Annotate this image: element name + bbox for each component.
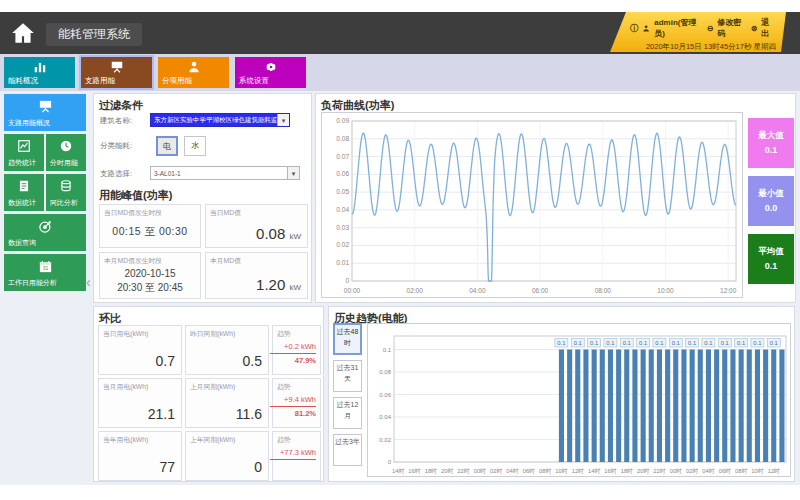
svg-text:0.1: 0.1 xyxy=(737,340,745,346)
svg-text:0.02: 0.02 xyxy=(379,437,391,443)
sidebar-collapse-icon[interactable]: ‹ xyxy=(86,274,91,290)
header-bar: 能耗管理系统 ⓘ admin(管理员) ⊖ 修改密码 ⊗ 退出 2020年10月… xyxy=(0,12,800,54)
chevron-down-icon: ▾ xyxy=(277,114,289,126)
md-month-period-card: 本月MD值发生时段 2020-10-1520:30 至 20:45 xyxy=(99,252,201,299)
ring-section-title: 环比 xyxy=(99,311,121,326)
svg-text:16时: 16时 xyxy=(408,468,420,474)
building-select[interactable]: 东方新区实验中学平湖校区绿色建筑能耗监管系统 ▾ xyxy=(150,113,290,127)
calendar-icon: 31 xyxy=(38,259,53,274)
svg-text:02:00: 02:00 xyxy=(407,287,424,294)
bar-chart-icon xyxy=(33,60,47,74)
report-icon xyxy=(17,179,31,193)
svg-text:0.09: 0.09 xyxy=(336,117,349,124)
svg-text:14时: 14时 xyxy=(588,468,600,474)
range-button-31d[interactable]: 过去31天 xyxy=(333,360,362,392)
svg-text:04时: 04时 xyxy=(506,468,518,474)
branch-select[interactable]: 3-AL01-1 ▾ xyxy=(150,166,300,180)
sidebar-item-yoy-analysis[interactable]: 同比分析 xyxy=(46,174,86,211)
category-label: 分类能耗: xyxy=(100,141,132,151)
sidebar-item-label: 数据统计 xyxy=(8,198,36,208)
cell-label: 趋势 xyxy=(277,435,291,445)
ring-cell: 当月用电(kWh)21.1 xyxy=(98,378,182,428)
sidebar-item-data-statistics[interactable]: 数据统计 xyxy=(4,174,44,211)
sidebar-item-data-query[interactable]: 数据查询 xyxy=(4,214,86,251)
tab-subitem-energy[interactable]: 分项用能 xyxy=(158,57,229,88)
load-curve-chartbox: 00.010.020.030.040.050.060.070.080.0900:… xyxy=(321,112,743,298)
tab-energy-overview[interactable]: 能耗概况 xyxy=(4,57,75,88)
ring-cell: 当日用电(kWh)0.7 xyxy=(98,325,182,375)
sidebar-item-trend-statistics[interactable]: 趋势统计 xyxy=(4,134,44,171)
ring-trend-cell: 趋势 +0.2 kWh 47.9% xyxy=(272,325,321,375)
svg-text:00时: 00时 xyxy=(474,468,486,474)
password-icon: ⊖ xyxy=(707,24,714,33)
stat-value: 0.1 xyxy=(748,261,794,271)
svg-text:0.02: 0.02 xyxy=(336,241,349,248)
cell-label: 当月用电(kWh) xyxy=(103,382,148,392)
svg-text:0.1: 0.1 xyxy=(721,340,729,346)
info-icon: ⓘ xyxy=(630,23,638,34)
category-water-button[interactable]: 水 xyxy=(184,136,206,156)
svg-text:16时: 16时 xyxy=(604,468,616,474)
svg-text:20时: 20时 xyxy=(637,468,649,474)
trend-delta: +9.4 kWh xyxy=(270,395,316,407)
ring-trend-cell: 趋势 +9.4 kWh 81.2% xyxy=(272,378,321,428)
range-button-3y[interactable]: 过去3年 xyxy=(333,434,362,466)
stat-value: 0.0 xyxy=(748,203,794,213)
svg-text:04时: 04时 xyxy=(702,468,714,474)
page: 能耗管理系统 ⓘ admin(管理员) ⊖ 修改密码 ⊗ 退出 2020年10月… xyxy=(0,0,800,500)
person-icon xyxy=(187,60,201,74)
svg-text:06时: 06时 xyxy=(523,468,535,474)
svg-text:12时: 12时 xyxy=(572,468,584,474)
load-curve-title: 负荷曲线(功率) xyxy=(321,98,394,113)
tab-system-settings[interactable]: 系统设置 xyxy=(235,57,306,88)
ring-cell: 上年同期(kWh)0 xyxy=(185,431,269,481)
change-password-link[interactable]: 修改密码 xyxy=(717,17,746,39)
svg-text:0.1: 0.1 xyxy=(688,340,696,346)
svg-text:0.1: 0.1 xyxy=(590,340,598,346)
svg-text:0.1: 0.1 xyxy=(639,340,647,346)
stat-min-card: 最小值 0.0 xyxy=(748,176,794,226)
cell-label: 昨日同期(kWh) xyxy=(190,329,235,339)
cell-value: 77 xyxy=(159,459,175,475)
cell-label: 趋势 xyxy=(277,382,291,392)
category-electric-button[interactable]: 电 xyxy=(156,136,178,156)
ring-cell: 当年用电(kWh)77 xyxy=(98,431,182,481)
svg-text:0.06: 0.06 xyxy=(379,392,391,398)
ring-cell: 昨日同期(kWh)0.5 xyxy=(185,325,269,375)
home-icon xyxy=(10,20,36,46)
user-icon xyxy=(642,24,650,33)
ring-cell: 上月同期(kWh)11.6 xyxy=(185,378,269,428)
svg-text:0.08: 0.08 xyxy=(336,135,349,142)
cell-value: 0 xyxy=(254,459,262,475)
logout-link[interactable]: 退出 xyxy=(761,17,776,39)
user-ribbon: ⓘ admin(管理员) ⊖ 修改密码 ⊗ 退出 2020年10月15日 13时… xyxy=(610,12,786,52)
home-button[interactable] xyxy=(10,20,36,46)
svg-text:12时: 12时 xyxy=(768,468,780,474)
sidebar-item-branch-overview[interactable]: 支路用能概况 xyxy=(4,94,86,131)
tab-branch-energy[interactable]: 支路用能 xyxy=(81,57,152,88)
svg-text:04:00: 04:00 xyxy=(469,287,486,294)
md-today-period-card: 当日MD值发生时段 00:15 至 00:30 xyxy=(99,204,201,248)
svg-text:0.1: 0.1 xyxy=(655,340,663,346)
card-value: 00:15 至 00:30 xyxy=(100,225,200,239)
svg-text:0.08: 0.08 xyxy=(379,369,391,375)
stat-label: 平均值 xyxy=(748,246,794,258)
range-button-12m[interactable]: 过去12月 xyxy=(333,397,362,429)
svg-text:0: 0 xyxy=(345,277,349,284)
presentation-board-icon xyxy=(38,99,53,114)
range-button-48h[interactable]: 过去48时 xyxy=(333,323,362,355)
sidebar-item-time-of-use[interactable]: 分时用能 xyxy=(46,134,86,171)
card-value: 0.08 kW xyxy=(256,225,301,242)
history-trend-chart: 00.020.040.060.080.10.10.10.10.10.10.10.… xyxy=(368,324,792,478)
cell-label: 当日用电(kWh) xyxy=(103,329,148,339)
svg-text:06时: 06时 xyxy=(719,468,731,474)
cell-value: 11.6 xyxy=(236,406,262,422)
svg-text:00:00: 00:00 xyxy=(344,287,361,294)
stat-avg-card: 平均值 0.1 xyxy=(748,234,794,284)
tab-label: 能耗概况 xyxy=(8,76,38,86)
svg-text:0: 0 xyxy=(388,459,392,465)
sidebar-item-workday-analysis[interactable]: 31 工作日用能分析 xyxy=(4,254,86,291)
sidebar-item-label: 分时用能 xyxy=(50,158,78,168)
tab-label: 分项用能 xyxy=(162,76,192,86)
branch-select-value: 3-AL01-1 xyxy=(151,170,287,177)
